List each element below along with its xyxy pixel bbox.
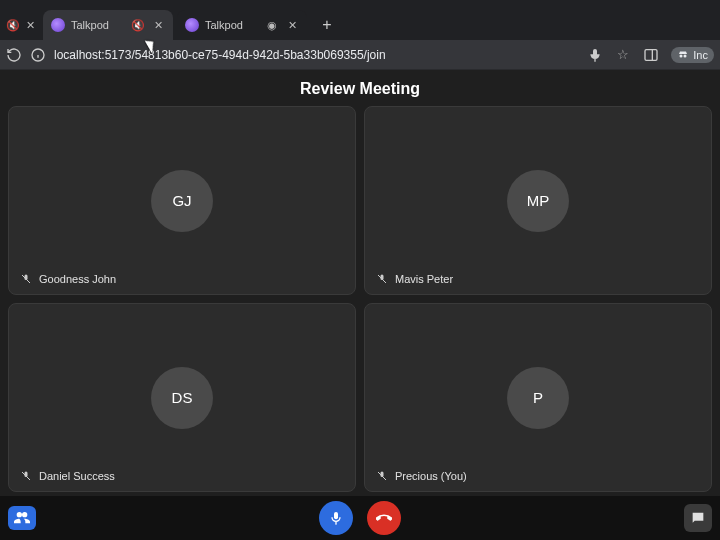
audio-mute-icon: 🔇 xyxy=(6,19,20,32)
hangup-button[interactable] xyxy=(367,501,401,535)
tab-close-icon[interactable]: ✕ xyxy=(285,19,299,32)
url-field[interactable]: localhost:5173/54813b60-ce75-494d-942d-5… xyxy=(54,48,579,62)
avatar: P xyxy=(507,367,569,429)
site-info-icon[interactable] xyxy=(30,47,46,63)
panel-toggle-icon[interactable] xyxy=(643,47,659,63)
participant-name: Goodness John xyxy=(39,273,116,285)
mic-muted-icon xyxy=(19,272,33,286)
tab-title: Talkpod xyxy=(205,19,259,31)
previous-tab-controls: 🔇 ✕ xyxy=(6,10,39,40)
avatar: GJ xyxy=(151,170,213,232)
participant-grid: GJ Goodness John MP Mavis Peter DS xyxy=(0,106,720,496)
chat-button[interactable] xyxy=(684,504,712,532)
tab-favicon-icon xyxy=(51,18,65,32)
center-controls xyxy=(319,501,401,535)
participant-tile[interactable]: DS Daniel Success xyxy=(8,303,356,492)
svg-point-6 xyxy=(680,54,683,57)
bottom-toolbar xyxy=(0,496,720,540)
voice-search-icon[interactable] xyxy=(587,47,603,63)
participant-tile[interactable]: GJ Goodness John xyxy=(8,106,356,295)
incognito-badge[interactable]: Inc xyxy=(671,47,714,63)
audio-mute-icon: 🔇 xyxy=(131,19,145,32)
toggle-mic-button[interactable] xyxy=(319,501,353,535)
mic-muted-icon xyxy=(375,469,389,483)
recording-indicator-icon: ◉ xyxy=(265,19,279,32)
bookmark-star-icon[interactable]: ☆ xyxy=(615,47,631,63)
mic-muted-icon xyxy=(19,469,33,483)
meeting-app: Review Meeting GJ Goodness John MP Mavis… xyxy=(0,70,720,540)
nav-reload-icon[interactable] xyxy=(6,47,22,63)
participant-name-row: Precious (You) xyxy=(375,469,467,483)
incognito-label: Inc xyxy=(693,49,708,61)
tab-favicon-icon xyxy=(185,18,199,32)
tab-close-icon[interactable]: ✕ xyxy=(151,19,165,32)
mic-muted-icon xyxy=(375,272,389,286)
participant-name: Mavis Peter xyxy=(395,273,453,285)
participant-name: Daniel Success xyxy=(39,470,115,482)
avatar: MP xyxy=(507,170,569,232)
participant-name-row: Daniel Success xyxy=(19,469,115,483)
browser-tab-2[interactable]: Talkpod ◉ ✕ xyxy=(177,10,307,40)
tab-close-icon[interactable]: ✕ xyxy=(26,19,35,32)
new-tab-button[interactable]: + xyxy=(315,13,339,37)
tab-title: Talkpod xyxy=(71,19,125,31)
browser-tab-1[interactable]: Talkpod 🔇 ✕ xyxy=(43,10,173,40)
browser-tab-strip: 🔇 ✕ Talkpod 🔇 ✕ Talkpod ◉ ✕ + xyxy=(0,0,720,40)
participant-name-row: Mavis Peter xyxy=(375,272,453,286)
avatar: DS xyxy=(151,367,213,429)
svg-point-7 xyxy=(684,54,687,57)
participant-tile-self[interactable]: P Precious (You) xyxy=(364,303,712,492)
address-bar: localhost:5173/54813b60-ce75-494d-942d-5… xyxy=(0,40,720,70)
meeting-title: Review Meeting xyxy=(0,70,720,106)
participant-name: Precious (You) xyxy=(395,470,467,482)
svg-rect-4 xyxy=(645,49,657,60)
svg-rect-12 xyxy=(335,522,336,525)
participant-tile[interactable]: MP Mavis Peter xyxy=(364,106,712,295)
participants-button[interactable] xyxy=(8,506,36,530)
participant-name-row: Goodness John xyxy=(19,272,116,286)
